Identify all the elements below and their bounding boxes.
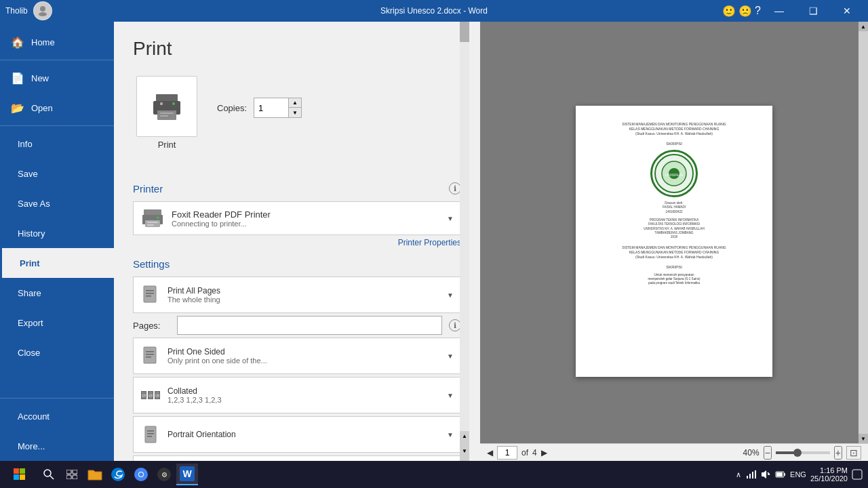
printer-icon: [151, 92, 183, 121]
preview-scroll-down-btn[interactable]: ▼: [859, 434, 868, 443]
taskbar: ⚙ W ∧ ENG 1:16 PM 25/10/202: [0, 461, 868, 488]
emoji-icon[interactable]: 🙂: [722, 5, 736, 18]
sidebar-item-close[interactable]: Close: [0, 338, 114, 367]
doc-repeat-title: SISTEM MANAJEMEN DAN MONITORING PENGGUNA…: [589, 245, 759, 260]
svg-line-37: [50, 476, 54, 479]
sidebar-item-save-as[interactable]: Save As: [0, 188, 114, 218]
collated-dropdown[interactable]: 123 123 123 Collated 1,2,3 1,2,3 1,2,3 ▼: [133, 377, 461, 413]
svg-point-0: [40, 6, 45, 12]
svg-rect-21: [146, 354, 154, 355]
zoom-in-button[interactable]: +: [834, 446, 842, 460]
printer-name: Foxit Reader PDF Printer: [172, 209, 440, 220]
window-title: Skripsi Unesco 2.docx - Word: [380, 6, 488, 16]
sidebar-item-more-label: More...: [18, 441, 45, 451]
taskbar-chrome-icon[interactable]: [130, 464, 152, 485]
start-button[interactable]: [3, 462, 37, 487]
page-number-input[interactable]: [497, 446, 517, 460]
printer-status: Connecting to printer...: [172, 220, 440, 228]
taskbar-word-icon[interactable]: W: [176, 464, 198, 485]
taskbar-search-button[interactable]: [38, 462, 60, 487]
collated-info: Collated 1,2,3 1,2,3 1,2,3: [167, 386, 440, 404]
taskbar-file-explorer-icon[interactable]: [84, 464, 106, 485]
tray-arrow[interactable]: ∧: [736, 470, 741, 479]
notification-icon[interactable]: [852, 469, 863, 480]
language-label: ENG: [790, 470, 806, 479]
pages-label: Pages:: [133, 321, 170, 331]
print-all-pages-icon: [140, 283, 161, 307]
copies-up-button[interactable]: ▲: [289, 98, 301, 108]
print-all-pages-name: Print All Pages: [167, 286, 440, 296]
svg-rect-40: [66, 475, 71, 479]
doc-repeat-skripsi: SKRIPSI: [589, 265, 759, 269]
file-explorer-icon: [87, 468, 103, 481]
print-button[interactable]: Print: [133, 76, 201, 150]
svg-rect-58: [776, 472, 783, 476]
zoom-handle[interactable]: [793, 449, 802, 457]
feedback-icon[interactable]: 🙁: [738, 5, 752, 18]
sidebar: 🏠 Home 📄 New 📂 Open Info Save Save As Hi…: [0, 22, 114, 461]
sidebar-item-open-label: Open: [31, 103, 53, 113]
close-button[interactable]: ✕: [831, 0, 863, 22]
taskbar-app4-icon[interactable]: ⚙: [153, 464, 175, 485]
preview-page: SISTEM MANAJEMEN DAN MONITORING PENGGUNA…: [576, 106, 772, 377]
printer-properties-link[interactable]: Printer Properties: [133, 238, 461, 247]
taskbar-edge-icon[interactable]: [107, 464, 129, 485]
restore-button[interactable]: ❑: [797, 0, 829, 22]
zoom-slider[interactable]: [776, 451, 830, 454]
portrait-dropdown-arrow: ▼: [447, 431, 454, 439]
portrait-dropdown[interactable]: Portrait Orientation ▼: [133, 416, 461, 453]
all-pages-dropdown-arrow: ▼: [447, 291, 454, 299]
sidebar-item-more[interactable]: More...: [0, 431, 114, 461]
paper-size-dropdown[interactable]: A4 ▼: [133, 455, 461, 461]
print-all-pages-dropdown[interactable]: Print All Pages The whole thing ▼: [133, 277, 461, 313]
print-one-sided-dropdown[interactable]: Print One Sided Only print on one side o…: [133, 338, 461, 374]
print-button-box[interactable]: [136, 76, 197, 137]
svg-rect-50: [747, 476, 748, 479]
settings-section: Settings Print All Pages The whole thing: [133, 258, 461, 461]
print-button-label: Print: [158, 140, 176, 150]
user-avatar: [33, 1, 52, 20]
taskbar-search-icon: [43, 469, 54, 480]
print-panel-scrollbar[interactable]: ▲ ▼: [460, 22, 469, 461]
sidebar-item-info[interactable]: Info: [0, 129, 114, 159]
sidebar-item-print[interactable]: Print: [0, 248, 114, 278]
one-sided-icon: [142, 346, 159, 366]
fit-page-button[interactable]: ⊡: [846, 446, 861, 460]
scrollbar-down-btn[interactable]: ▼: [460, 441, 469, 461]
copies-input[interactable]: [254, 98, 288, 117]
taskbar-date: 25/10/2020: [810, 474, 848, 483]
zoom-out-button[interactable]: −: [764, 446, 772, 460]
minimize-button[interactable]: —: [764, 0, 795, 22]
sidebar-item-new[interactable]: 📄 New: [0, 63, 114, 93]
svg-rect-8: [160, 115, 168, 117]
help-icon[interactable]: ?: [755, 5, 761, 17]
sidebar-item-export[interactable]: Export: [0, 308, 114, 338]
sidebar-item-save[interactable]: Save: [0, 159, 114, 188]
copies-down-button[interactable]: ▼: [289, 108, 301, 117]
taskbar-clock[interactable]: 1:16 PM 25/10/2020: [810, 466, 848, 483]
next-page-button[interactable]: ▶: [541, 448, 547, 458]
zoom-controls: 40% − + ⊡: [743, 446, 861, 460]
svg-rect-18: [146, 296, 151, 297]
svg-rect-19: [144, 347, 156, 363]
settings-section-header: Settings: [133, 258, 461, 270]
taskbar-task-view-button[interactable]: [61, 462, 83, 487]
sidebar-item-home[interactable]: 🏠 Home: [0, 27, 114, 57]
task-view-icon: [66, 470, 77, 479]
zoom-label: 40%: [743, 448, 760, 458]
scrollbar-thumb[interactable]: [460, 22, 469, 42]
svg-rect-32: [14, 468, 19, 474]
svg-marker-54: [762, 470, 766, 479]
prev-page-button[interactable]: ◀: [487, 448, 493, 458]
sidebar-item-account[interactable]: Account: [0, 401, 114, 431]
taskbar-tray: ∧ ENG 1:16 PM 25/10/2020: [733, 466, 865, 483]
preview-scrollbar-vertical[interactable]: ▲ ▼: [859, 22, 868, 443]
printer-dropdown[interactable]: Foxit Reader PDF Printer Connecting to p…: [133, 201, 461, 235]
svg-point-6: [172, 102, 175, 105]
sidebar-item-share[interactable]: Share: [0, 278, 114, 308]
scrollbar-up-btn[interactable]: ▲: [460, 431, 469, 441]
sidebar-item-open[interactable]: 📂 Open: [0, 93, 114, 123]
sidebar-item-history[interactable]: History: [0, 218, 114, 248]
preview-scroll-up-btn[interactable]: ▲: [859, 22, 868, 31]
pages-input[interactable]: [177, 316, 442, 335]
